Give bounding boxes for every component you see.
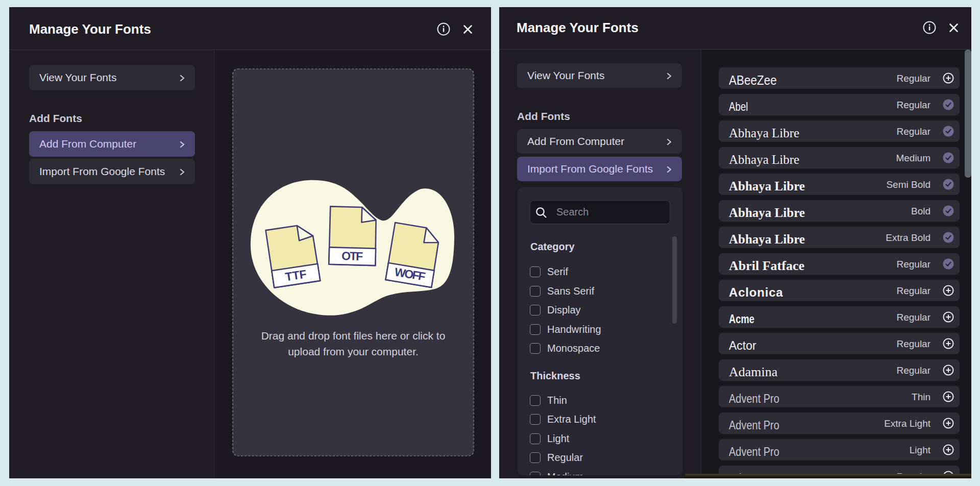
svg-text:OTF: OTF [341,249,363,263]
